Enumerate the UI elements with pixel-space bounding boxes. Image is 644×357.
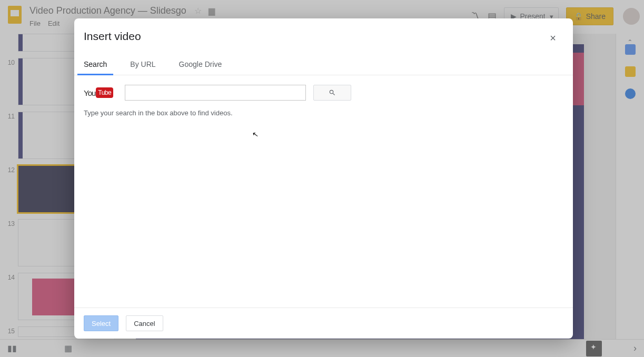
tab-by-url[interactable]: By URL [130,56,155,75]
search-button[interactable] [313,85,351,101]
search-hint-text: Type your search in the box above to fin… [84,109,563,117]
video-search-input[interactable] [125,85,306,101]
close-button[interactable]: × [546,30,560,46]
tab-google-drive[interactable]: Google Drive [179,56,222,75]
youtube-logo-icon: YouTube [84,86,117,100]
dialog-tabs: Search By URL Google Drive [74,48,573,75]
search-icon [329,89,336,96]
cancel-button[interactable]: Cancel [126,315,163,331]
tab-search[interactable]: Search [84,56,107,75]
select-button[interactable]: Select [84,315,118,331]
dialog-title: Insert video [84,30,141,43]
insert-video-dialog: Insert video × Search By URL Google Driv… [74,18,573,339]
